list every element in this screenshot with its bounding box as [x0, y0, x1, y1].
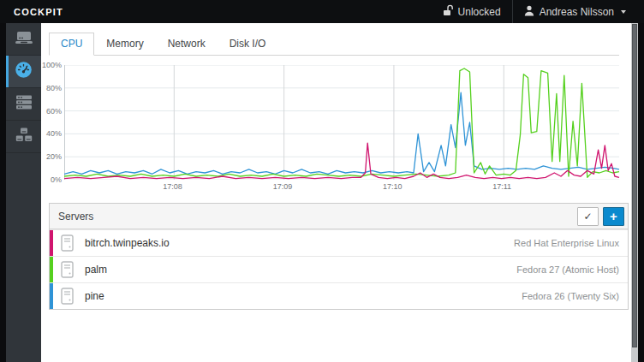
server-os-label: Fedora 27 (Atomic Host)	[516, 264, 619, 275]
server-name: pine	[85, 290, 104, 302]
user-name-label: Andreas Nilsson	[540, 6, 614, 18]
add-server-button[interactable]: +	[603, 207, 624, 226]
rack-servers-icon	[15, 95, 33, 113]
server-os-label: Red Hat Enterprise Linux	[514, 238, 619, 248]
servers-panel: Servers ✓ + bitrch.twinpeaks.io Red Hat …	[49, 203, 629, 310]
y-tick-label: 80%	[46, 84, 62, 92]
tab-cpu[interactable]: CPU	[49, 33, 94, 56]
x-tick-label: 17:10	[383, 182, 402, 191]
server-row-pine[interactable]: pine Fedora 26 (Twenty Six)	[50, 282, 628, 309]
series-pine	[64, 92, 619, 174]
topbar: COCKPIT Unlocked Andreas Nilsson	[0, 0, 644, 23]
x-tick-label: 17:11	[492, 182, 511, 191]
servers-panel-header: Servers ✓ +	[50, 204, 628, 229]
servers-panel-title: Servers	[58, 211, 93, 223]
server-os-label: Fedora 26 (Twenty Six)	[522, 291, 619, 301]
cpu-usage-chart: 0%20%40%60%80%100% 17:0817:0917:1017:11	[49, 65, 619, 195]
sidebar-item-servers[interactable]	[6, 88, 41, 121]
sidebar-item-cluster[interactable]	[6, 121, 41, 153]
brand-title: COCKPIT	[14, 7, 63, 17]
cluster-icon	[15, 128, 33, 145]
y-tick-label: 20%	[46, 152, 62, 161]
server-name: palm	[85, 264, 107, 276]
vertical-scrollbar[interactable]	[631, 23, 638, 362]
y-tick-label: 40%	[46, 129, 62, 138]
dashboard-icon	[15, 61, 33, 82]
server-icon	[61, 234, 74, 252]
series-palm	[64, 68, 619, 177]
server-color-bar	[50, 230, 53, 256]
sidebar	[6, 23, 41, 362]
x-axis-labels: 17:0817:0917:1017:11	[64, 182, 619, 193]
caret-down-icon	[621, 10, 626, 14]
graph-tabs: CPU Memory Network Disk I/O	[49, 33, 619, 56]
lock-status-label: Unlocked	[458, 6, 501, 18]
check-icon: ✓	[583, 211, 592, 223]
server-row-bitrch[interactable]: bitrch.twinpeaks.io Red Hat Enterprise L…	[50, 229, 628, 256]
sidebar-item-host[interactable]	[6, 23, 41, 56]
server-icon	[61, 261, 74, 278]
window-left-edge	[0, 23, 6, 362]
y-tick-label: 60%	[46, 107, 62, 116]
tab-memory[interactable]: Memory	[94, 33, 155, 56]
server-row-palm[interactable]: palm Fedora 27 (Atomic Host)	[50, 256, 628, 282]
user-menu-button[interactable]: Andreas Nilsson	[513, 0, 637, 23]
server-color-bar	[50, 257, 53, 282]
server-icon	[61, 288, 74, 305]
x-tick-label: 17:09	[273, 182, 293, 191]
chart-plot-area	[64, 65, 619, 180]
tab-network[interactable]: Network	[156, 33, 218, 56]
unlock-icon	[443, 4, 453, 19]
scrollbar-thumb[interactable]	[632, 24, 637, 347]
edit-servers-button[interactable]: ✓	[577, 207, 599, 226]
host-icon	[15, 31, 33, 48]
chart-svg	[64, 65, 619, 180]
x-tick-label: 17:08	[163, 182, 182, 191]
tab-disk-io[interactable]: Disk I/O	[218, 33, 278, 56]
sidebar-item-dashboard[interactable]	[6, 56, 41, 88]
y-axis-labels: 0%20%40%60%80%100%	[49, 65, 64, 180]
user-icon	[524, 5, 534, 19]
server-color-bar	[50, 283, 53, 309]
lock-status-button[interactable]: Unlocked	[432, 0, 512, 23]
window-right-edge	[638, 23, 644, 362]
server-name: bitrch.twinpeaks.io	[85, 237, 170, 249]
dashboard-page: CPU Memory Network Disk I/O 0%20%40%60%8…	[41, 23, 631, 362]
plus-icon: +	[610, 210, 617, 223]
y-tick-label: 100%	[42, 61, 62, 69]
series-bitrch.twinpeaks.io	[64, 143, 619, 179]
y-tick-label: 0%	[51, 175, 62, 184]
